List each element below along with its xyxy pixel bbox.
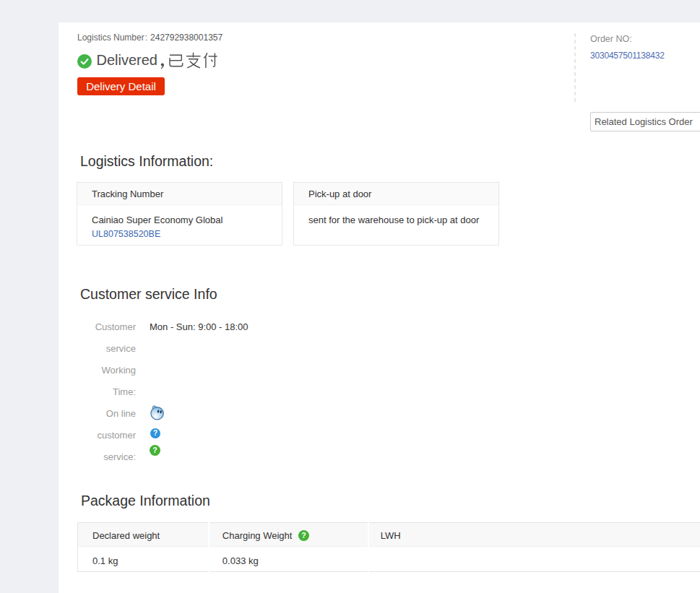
question-green-icon[interactable]: ? <box>150 445 160 456</box>
card-body: Cainiao Super Economy Global UL807538520… <box>77 205 282 241</box>
wangwang-mascot-icon[interactable] <box>150 405 165 420</box>
lwh-value <box>369 547 700 572</box>
logistics-number-value: 242792938001357 <box>150 33 222 43</box>
working-time-label: Customer service Working Time: <box>90 316 136 403</box>
online-service-icons: ? ? <box>150 403 308 468</box>
status-cjk-text <box>160 51 218 73</box>
col-lwh: LWH <box>369 522 700 547</box>
logistics-number-line: Logistics Number:242792938001357 <box>77 31 222 44</box>
logistics-information-title: Logistics Information: <box>80 152 213 170</box>
customer-service-title: Customer service Info <box>80 285 217 303</box>
package-information-title: Package Information <box>81 492 210 510</box>
pickup-card-header: Pick-up at door <box>294 183 498 205</box>
working-time-value: Mon - Sun: 9:00 - 18:00 <box>150 316 308 403</box>
tracking-number-card: Tracking Number Cainiao Super Economy Gl… <box>77 182 282 246</box>
svg-text:?: ? <box>302 531 306 540</box>
logistics-cards: Tracking Number Cainiao Super Economy Gl… <box>77 182 499 246</box>
delivery-detail-button[interactable]: Delivery Detail <box>77 77 165 95</box>
content-panel: Logistics Number:242792938001357 Deliver… <box>59 22 700 593</box>
charging-weight-value: 0.033 kg <box>209 547 368 572</box>
card-body: sent for the warehouse to pick-up at doo… <box>294 205 498 227</box>
svg-text:?: ? <box>152 446 157 454</box>
online-service-label: On line customer service: <box>90 403 136 468</box>
charging-weight-help-icon[interactable]: ? <box>298 530 309 541</box>
check-circle-icon <box>77 54 92 69</box>
package-table-value-row: 0.1 kg 0.033 kg <box>77 547 700 572</box>
order-no-label: Order NO: <box>590 33 632 46</box>
dashed-separator <box>574 33 576 102</box>
related-logistics-order-button[interactable]: Related Logistics Order <box>590 112 700 131</box>
tracking-number-link[interactable]: UL807538520BE <box>92 228 160 241</box>
logistics-number-label: Logistics Number <box>77 33 144 43</box>
charging-weight-label: Charging Weight <box>222 530 293 541</box>
col-declared-weight: Declared weight <box>77 522 208 547</box>
package-table-header-row: Declared weight Charging Weight ? LWH <box>77 522 700 547</box>
customer-service-rows: Customer service Working Time: Mon - Sun… <box>90 316 308 468</box>
svg-text:?: ? <box>152 429 157 437</box>
declared-weight-value: 0.1 kg <box>77 547 208 572</box>
status-text: Delivered <box>97 51 157 69</box>
online-service-row: On line customer service: <box>90 403 308 468</box>
pickup-status-text: sent for the warehouse to pick-up at doo… <box>308 213 488 227</box>
pickup-card: Pick-up at door sent for the warehouse t… <box>293 182 499 246</box>
col-charging-weight: Charging Weight ? <box>209 522 368 547</box>
working-time-row: Customer service Working Time: Mon - Sun… <box>90 316 308 403</box>
package-table: Declared weight Charging Weight ? LWH 0.… <box>76 522 700 572</box>
tracking-number-card-header: Tracking Number <box>77 183 282 205</box>
order-no-value[interactable]: 3030457501138432 <box>590 50 665 62</box>
question-blue-icon[interactable]: ? <box>150 428 160 438</box>
logistics-number-colon: : <box>145 31 147 44</box>
carrier-name: Cainiao Super Economy Global <box>92 213 272 227</box>
